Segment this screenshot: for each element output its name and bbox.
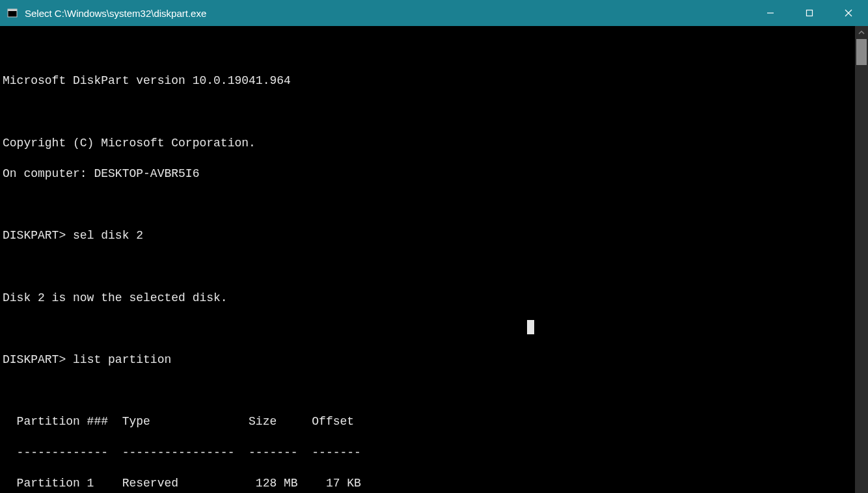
minimize-button[interactable] (751, 0, 790, 26)
close-button[interactable] (829, 0, 868, 26)
text-cursor (527, 320, 534, 334)
maximize-button[interactable] (790, 0, 829, 26)
response-1: Disk 2 is now the selected disk. (3, 291, 854, 306)
prompt-line-2: DISKPART> list partition (3, 353, 854, 368)
command-list-partition: list partition (73, 353, 171, 366)
terminal-output[interactable]: Microsoft DiskPart version 10.0.19041.96… (0, 26, 855, 493)
table-divider: ------------- ---------------- ------- -… (3, 446, 854, 461)
computer-line: On computer: DESKTOP-AVBR5I6 (3, 167, 854, 182)
diskpart-window: Select C:\Windows\system32\diskpart.exe … (0, 0, 868, 493)
svg-rect-1 (8, 9, 17, 11)
command-sel-disk: sel disk 2 (73, 229, 143, 242)
terminal-wrapper: Microsoft DiskPart version 10.0.19041.96… (0, 26, 868, 493)
scrollbar-thumb[interactable] (856, 39, 867, 65)
prompt-line-1: DISKPART> sel disk 2 (3, 228, 854, 244)
copyright-line: Copyright (C) Microsoft Corporation. (3, 136, 854, 152)
prompt: DISKPART> (3, 229, 66, 242)
scroll-up-arrow[interactable] (855, 26, 868, 39)
window-controls (751, 0, 868, 26)
app-icon (7, 7, 18, 19)
prompt: DISKPART> (3, 353, 66, 366)
vertical-scrollbar[interactable] (855, 26, 868, 493)
table-row: Partition 1 Reserved 128 MB 17 KB (3, 476, 854, 492)
table-header: Partition ### Type Size Offset (3, 414, 854, 430)
svg-rect-3 (807, 10, 813, 16)
titlebar[interactable]: Select C:\Windows\system32\diskpart.exe (0, 0, 868, 26)
window-title: Select C:\Windows\system32\diskpart.exe (25, 8, 751, 19)
version-line: Microsoft DiskPart version 10.0.19041.96… (3, 73, 854, 89)
